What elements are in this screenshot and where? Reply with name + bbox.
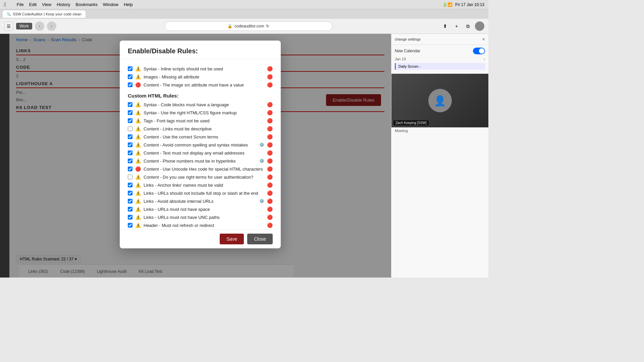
video-user-label: Zach Keeping [SSW] — [393, 120, 429, 125]
cr-3-action-icon[interactable]: 🔴 — [267, 118, 273, 123]
menu-history[interactable]: History — [57, 2, 70, 7]
calendar-next-icon[interactable]: › — [484, 57, 485, 61]
modal-title: Enable/Disable Rules: — [120, 41, 281, 59]
menu-file[interactable]: File — [17, 2, 24, 7]
rule-3-action-icon[interactable]: 🔴 — [267, 82, 273, 87]
rule-1-checkbox[interactable] — [128, 66, 132, 71]
rule-2-checkbox[interactable] — [128, 74, 132, 79]
cr-16-checkbox[interactable] — [128, 223, 132, 228]
meeting-label: Meeting — [391, 127, 488, 134]
daily-scrum-item[interactable]: Daily Scrum - — [395, 63, 485, 70]
nav-icons-right: ⬆ + ⧉ — [441, 21, 484, 31]
cr-6-checkbox[interactable] — [128, 142, 132, 147]
cr-1-checkbox[interactable] — [128, 102, 132, 107]
active-tab[interactable]: 🔍 SSW CodeAuditor | Keep your code clean — [3, 10, 86, 18]
cr-13-checkbox[interactable] — [128, 199, 132, 203]
rule-3-checkbox[interactable] — [128, 82, 132, 87]
sidebar-toggle-button[interactable]: ☰ — [4, 21, 13, 31]
rule-2-warning-icon: ⚠️ — [135, 74, 141, 79]
save-button[interactable]: Save — [220, 234, 244, 244]
cr-6-action-icon[interactable]: 🔴 — [267, 142, 273, 147]
cr-4-text: Content - Links must be descriptive — [144, 126, 264, 131]
cr-item-11: ⚠️ Links - Anchor links' names must be v… — [128, 181, 273, 189]
cr-16-action-icon[interactable]: 🔴 — [267, 223, 273, 228]
cr-12-action-icon[interactable]: 🔴 — [267, 190, 273, 196]
cr-5-text: Content - Use the correct Scrum terms — [144, 134, 264, 139]
cr-item-14: ⚠️ Links - URLs must not have space 🔴 — [128, 205, 273, 213]
browser-tab-bar: 🔍 SSW CodeAuditor | Keep your code clean — [0, 9, 488, 19]
rule-2-text: Images - Missing alt attribute — [144, 74, 264, 79]
video-avatar: 👤 — [428, 89, 452, 112]
cr-5-action-icon[interactable]: 🔴 — [267, 134, 273, 139]
cr-5-checkbox[interactable] — [128, 134, 132, 139]
address-bar[interactable]: 🔒 codeauditor.com ↻ — [165, 21, 332, 31]
calendar-toggle-switch[interactable] — [473, 48, 485, 54]
rule-item-3: 🔴 Content - The image src attribute must… — [128, 81, 273, 89]
cr-3-text: Tags - Font tags must not be used — [144, 118, 264, 123]
cr-3-checkbox[interactable] — [128, 118, 132, 123]
work-button[interactable]: Work — [16, 23, 32, 29]
cr-16-warning-icon: ⚠️ — [135, 223, 141, 228]
modal-body[interactable]: ⚠️ Syntax - Inline scripts should not be… — [120, 59, 281, 229]
cr-8-checkbox[interactable] — [128, 159, 132, 163]
share-button[interactable]: ⬆ — [441, 22, 449, 31]
cr-7-action-icon[interactable]: 🔴 — [267, 150, 273, 156]
add-tab-button[interactable]: + — [452, 22, 461, 31]
cr-12-checkbox[interactable] — [128, 191, 132, 195]
tab-overview-button[interactable]: ⧉ — [464, 22, 472, 31]
user-avatar — [475, 21, 484, 31]
mac-topbar:  File Edit View History Bookmarks Windo… — [0, 0, 488, 9]
rule-2-action-icon[interactable]: 🔴 — [267, 74, 273, 79]
menu-help[interactable]: Help — [124, 2, 133, 7]
cr-6-gear-icon[interactable]: ⚙️ — [259, 142, 264, 147]
cr-11-action-icon[interactable]: 🔴 — [267, 182, 273, 188]
enable-disable-modal: Enable/Disable Rules: ⚠️ Syntax - Inline… — [120, 41, 281, 248]
back-button[interactable]: ‹ — [35, 21, 44, 31]
right-sidebar-top: change settings × — [391, 34, 488, 45]
forward-button[interactable]: › — [47, 21, 56, 31]
cr-2-action-icon[interactable]: 🔴 — [267, 110, 273, 115]
cr-1-action-icon[interactable]: 🔴 — [267, 102, 273, 107]
menu-bookmarks[interactable]: Bookmarks — [76, 2, 98, 7]
cr-4-checkbox[interactable] — [128, 126, 132, 131]
cr-4-action-icon[interactable]: 🔴 — [267, 126, 273, 131]
address-text: codeauditor.com — [234, 24, 264, 28]
cr-2-checkbox[interactable] — [128, 110, 132, 115]
reload-icon[interactable]: ↻ — [266, 24, 269, 28]
cr-14-action-icon[interactable]: 🔴 — [267, 206, 273, 212]
menu-view[interactable]: View — [42, 2, 51, 7]
cr-15-checkbox[interactable] — [128, 215, 132, 220]
menu-edit[interactable]: Edit — [29, 2, 37, 7]
datetime: Fri 17 Jan 10:13 — [455, 2, 484, 7]
menu-window[interactable]: Window — [103, 2, 118, 7]
rule-item-2: ⚠️ Images - Missing alt attribute 🔴 — [128, 73, 273, 81]
cr-10-checkbox[interactable] — [128, 175, 132, 179]
change-settings-button[interactable]: change settings — [395, 37, 421, 41]
cr-8-action-icon[interactable]: 🔴 — [267, 158, 273, 164]
cr-8-gear-icon[interactable]: ⚙️ — [259, 159, 264, 163]
cr-13-gear-icon[interactable]: ⚙️ — [259, 199, 264, 203]
cr-8-text: Content - Phone numbers must be in hyper… — [144, 159, 257, 164]
cr-13-text: Links - Avoid absolute internal URLs — [144, 199, 257, 204]
calendar-date-row: Jan 19 › — [395, 57, 485, 61]
cr-10-action-icon[interactable]: 🔴 — [267, 174, 273, 180]
cr-12-warning-icon: ⚠️ — [135, 190, 141, 196]
cr-9-text: Content - Use Unicode Hex code for speci… — [144, 167, 264, 172]
cr-15-action-icon[interactable]: 🔴 — [267, 215, 273, 220]
cr-9-action-icon[interactable]: 🔴 — [267, 166, 273, 172]
cr-13-warning-icon: ⚠️ — [135, 198, 141, 204]
toolbar-left: ☰ Work — [4, 21, 32, 31]
rule-1-action-icon[interactable]: 🔴 — [267, 66, 273, 71]
cr-13-action-icon[interactable]: 🔴 — [267, 198, 273, 204]
cr-14-checkbox[interactable] — [128, 207, 132, 212]
cr-7-warning-icon: ⚠️ — [135, 150, 141, 156]
close-button[interactable]: Close — [247, 234, 273, 244]
tab-favicon-icon: 🔍 — [7, 12, 11, 16]
cr-item-3: ⚠️ Tags - Font tags must not be used 🔴 — [128, 117, 273, 125]
close-sidebar-button[interactable]: × — [482, 37, 485, 42]
cr-11-checkbox[interactable] — [128, 183, 132, 187]
cr-7-checkbox[interactable] — [128, 150, 132, 155]
cr-3-warning-icon: ⚠️ — [135, 118, 141, 123]
modal-overlay: Enable/Disable Rules: ⚠️ Syntax - Inline… — [9, 34, 391, 278]
cr-9-checkbox[interactable] — [128, 167, 132, 171]
